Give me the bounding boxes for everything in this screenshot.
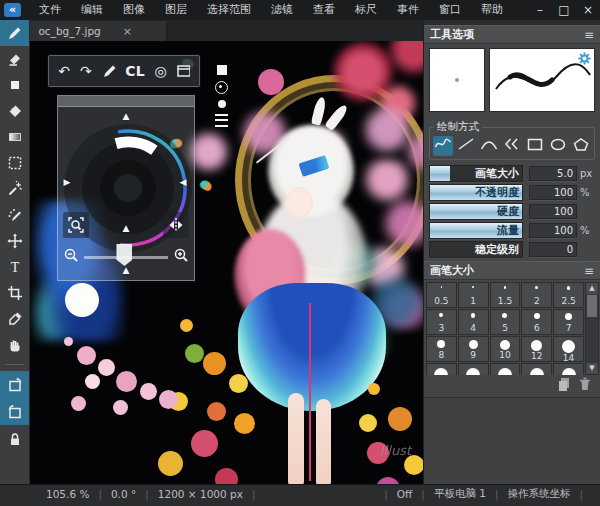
redo-icon[interactable]: ↷: [80, 64, 92, 78]
nav-up-arrow[interactable]: ▲: [122, 112, 129, 121]
brush-size-cell[interactable]: 2: [521, 282, 552, 308]
bucket-fill-tool-icon[interactable]: [0, 98, 29, 124]
scroll-down-icon[interactable]: ▼: [586, 363, 598, 374]
nav-mid-arrow[interactable]: ▲: [122, 224, 129, 233]
zoom-fit-button[interactable]: [63, 212, 89, 238]
brush-size-cell-clipped[interactable]: [490, 363, 521, 375]
shape-brush-tool-icon[interactable]: [0, 72, 29, 98]
tab-close-icon[interactable]: ×: [123, 25, 132, 38]
brush-size-cell[interactable]: 3: [426, 309, 457, 335]
hand-tool-icon[interactable]: [0, 332, 29, 358]
move-tool-icon[interactable]: [0, 228, 29, 254]
draw-mode-polygon-icon[interactable]: [571, 136, 591, 156]
view-rotate-left-tool-icon[interactable]: [0, 371, 29, 398]
minimize-button[interactable]: –: [528, 0, 552, 20]
brush-size-cell[interactable]: 9: [458, 336, 489, 362]
panel-menu-icon[interactable]: ≡: [584, 264, 594, 278]
brush-tip-preview[interactable]: [429, 48, 485, 112]
brush-size-cell[interactable]: 8: [426, 336, 457, 362]
slider-track[interactable]: 稳定级别: [429, 241, 523, 258]
brush-size-cell[interactable]: 2.5: [553, 282, 584, 308]
menu-item-1[interactable]: 编辑: [71, 0, 113, 20]
delete-brush-icon[interactable]: [577, 376, 592, 394]
brush-size-cell-clipped[interactable]: [458, 363, 489, 375]
eraser-tool-icon[interactable]: [0, 46, 29, 72]
lock-tool-icon[interactable]: [0, 425, 29, 452]
tablet-mode[interactable]: 平板电脑 1: [434, 487, 486, 501]
panel-menu-icon[interactable]: ≡: [584, 28, 594, 42]
undo-icon[interactable]: ↶: [58, 64, 70, 78]
brush-scrollbar[interactable]: ▲ ▼: [585, 282, 599, 375]
document-tab[interactable]: oc_bg_7.jpg ×: [30, 21, 167, 41]
target-icon[interactable]: ◎: [154, 64, 166, 78]
nav-bottom-arrow[interactable]: ▲: [122, 266, 129, 275]
brush-size-cell-clipped[interactable]: [426, 363, 457, 375]
mini-dot-icon[interactable]: [218, 100, 226, 108]
slider-track[interactable]: 不透明度: [429, 184, 523, 201]
brush-size-cell[interactable]: 6: [521, 309, 552, 335]
menu-item-5[interactable]: 滤镜: [261, 0, 303, 20]
cl-button[interactable]: CL: [125, 64, 144, 78]
canvas[interactable]: Illust ↶ ↷ CL ◎: [30, 41, 423, 484]
menu-item-8[interactable]: 事件: [387, 0, 429, 20]
draw-mode-freehand-icon[interactable]: [433, 136, 453, 156]
pen-quick-icon[interactable]: [102, 63, 116, 79]
brush-size-cell[interactable]: 12: [521, 336, 552, 362]
mini-square-icon[interactable]: [217, 65, 227, 75]
brush-size-cell[interactable]: 1: [458, 282, 489, 308]
magic-wand-tool-icon[interactable]: [0, 176, 29, 202]
gradient-tool-icon[interactable]: [0, 124, 29, 150]
zoom-level[interactable]: 105.6 %: [46, 488, 89, 500]
mini-menu-icon[interactable]: [215, 114, 228, 127]
menu-item-4[interactable]: 选择范围: [197, 0, 261, 20]
menu-item-10[interactable]: 帮助: [471, 0, 513, 20]
menu-item-0[interactable]: 文件: [29, 0, 71, 20]
slider-value-input[interactable]: 100: [529, 185, 577, 200]
nav-left-arrow[interactable]: ▶: [63, 178, 70, 187]
draw-mode-curve-icon[interactable]: [479, 136, 499, 156]
canvas-size[interactable]: 1200 × 1000 px: [158, 488, 243, 500]
slider-track[interactable]: 硬度: [429, 203, 523, 220]
pen-pressure-status[interactable]: Off: [397, 488, 413, 500]
slider-value-input[interactable]: 0: [529, 242, 577, 257]
brush-size-cell[interactable]: 5: [490, 309, 521, 335]
brush-stroke-preview[interactable]: [489, 48, 595, 112]
maximize-button[interactable]: □: [552, 0, 576, 20]
rect-select-tool-icon[interactable]: [0, 150, 29, 176]
gear-icon[interactable]: [577, 51, 592, 66]
flip-view-button[interactable]: [163, 212, 189, 238]
menu-item-2[interactable]: 图像: [113, 0, 155, 20]
slider-value-input[interactable]: 100: [529, 223, 577, 238]
menu-item-9[interactable]: 窗口: [429, 0, 471, 20]
brush-size-cell-clipped[interactable]: [553, 363, 584, 375]
zoom-out-button[interactable]: [60, 244, 82, 266]
text-tool-icon[interactable]: T: [0, 254, 29, 280]
crop-tool-icon[interactable]: [0, 280, 29, 306]
brush-size-cell[interactable]: 14: [553, 336, 584, 362]
nav-right-arrow[interactable]: ◀: [179, 178, 186, 187]
view-rotate-right-tool-icon[interactable]: [0, 398, 29, 425]
brush-size-cell[interactable]: 0.5: [426, 282, 457, 308]
draw-mode-line-icon[interactable]: [456, 136, 476, 156]
slider-value-input[interactable]: 5.0: [529, 166, 577, 181]
slider-track[interactable]: 流量: [429, 222, 523, 239]
draw-mode-rect-icon[interactable]: [525, 136, 545, 156]
rotation-angle[interactable]: 0.0 °: [111, 488, 136, 500]
select-pen-tool-icon[interactable]: [0, 202, 29, 228]
menu-item-6[interactable]: 查看: [303, 0, 345, 20]
mini-target-icon[interactable]: [215, 81, 228, 94]
slider-value-input[interactable]: 100: [529, 204, 577, 219]
duplicate-brush-icon[interactable]: [556, 376, 571, 394]
brush-size-cell[interactable]: 10: [490, 336, 521, 362]
menu-item-3[interactable]: 图层: [155, 0, 197, 20]
slider-track[interactable]: 画笔大小: [429, 165, 523, 182]
scroll-up-icon[interactable]: ▲: [586, 283, 598, 294]
eyedropper-tool-icon[interactable]: [0, 306, 29, 332]
draw-mode-ellipse-icon[interactable]: [548, 136, 568, 156]
pen-tool-icon[interactable]: [0, 20, 29, 46]
brush-size-cell-clipped[interactable]: [521, 363, 552, 375]
coordinate-mode[interactable]: 操作系统坐标: [507, 487, 570, 501]
brush-size-cell[interactable]: 7: [553, 309, 584, 335]
brush-size-cell[interactable]: 4: [458, 309, 489, 335]
layout-icon[interactable]: [176, 63, 190, 79]
